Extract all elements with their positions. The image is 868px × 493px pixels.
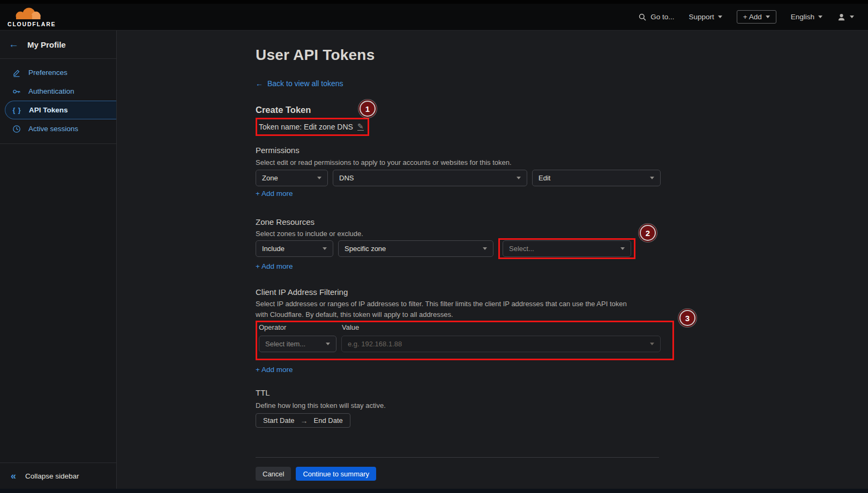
client-ip-subtitle: Select IP addresses or ranges of IP addr… bbox=[256, 299, 631, 320]
sidebar-item-label: API Tokens bbox=[29, 106, 68, 114]
sidebar-item-preferences[interactable]: Preferences bbox=[0, 63, 116, 82]
sidebar: ← My Profile Preferences bbox=[0, 31, 117, 493]
main-content: User API Tokens ← Back to view all token… bbox=[117, 31, 868, 493]
zone-resources-subtitle: Select zones to include or exclude. bbox=[256, 230, 868, 238]
double-chevron-left-icon: « bbox=[11, 471, 16, 482]
annotation-badge-1: 1 bbox=[360, 101, 376, 117]
user-menu[interactable] bbox=[837, 13, 854, 21]
window-bottom-strip bbox=[0, 489, 868, 493]
language-menu[interactable]: English bbox=[791, 13, 822, 21]
ttl-date-range-picker[interactable]: Start Date → End Date bbox=[256, 413, 350, 428]
cloudflare-cloud-icon: CLOUDFLARE bbox=[8, 6, 61, 28]
sidebar-item-label: Active sessions bbox=[28, 125, 78, 133]
zone-name-select[interactable]: Select... bbox=[503, 240, 631, 257]
language-label: English bbox=[791, 13, 814, 21]
create-token-heading: Create Token bbox=[256, 104, 868, 115]
back-link-label: Back to view all tokens bbox=[267, 79, 343, 88]
sidebar-title: My Profile bbox=[27, 40, 66, 49]
arrow-right-icon: → bbox=[301, 416, 308, 425]
window-top-strip bbox=[0, 0, 868, 4]
add-menu-button[interactable]: + Add bbox=[737, 10, 776, 24]
ttl-subtitle: Define how long this token will stay act… bbox=[256, 401, 868, 410]
zone-resources-heading: Zone Resources bbox=[256, 217, 868, 227]
back-arrow-icon: ← bbox=[256, 79, 263, 88]
chevron-down-icon bbox=[323, 247, 327, 250]
search-icon bbox=[638, 13, 647, 21]
client-ip-controls: Select item... e.g. 192.168.1.88 bbox=[259, 336, 667, 352]
chevron-down-icon bbox=[483, 247, 487, 250]
braces-icon: { } bbox=[12, 107, 21, 114]
sidebar-item-active-sessions[interactable]: Active sessions bbox=[0, 119, 116, 138]
chevron-down-icon bbox=[517, 177, 521, 179]
start-date-label: Start Date bbox=[263, 416, 295, 424]
sidebar-item-label: Preferences bbox=[28, 69, 68, 77]
end-date-label: End Date bbox=[314, 416, 343, 424]
annotation-badge-3: 3 bbox=[679, 310, 695, 326]
goto-label: Go to... bbox=[650, 13, 674, 21]
sidebar-item-authentication[interactable]: Authentication bbox=[0, 82, 116, 101]
chevron-down-icon bbox=[766, 16, 770, 18]
clock-icon bbox=[12, 125, 21, 133]
annotation-box-zone-select: Select... 2 bbox=[498, 238, 635, 259]
cloudflare-dashboard: CLOUDFLARE Go to... Support + Add Englis… bbox=[0, 0, 868, 493]
back-to-tokens-link[interactable]: ← Back to view all tokens bbox=[256, 79, 343, 88]
chevron-down-icon bbox=[650, 343, 654, 345]
zone-include-select[interactable]: Include bbox=[256, 240, 333, 257]
annotation-badge-2: 2 bbox=[640, 225, 656, 241]
permissions-add-more-link[interactable]: + Add more bbox=[256, 189, 293, 198]
top-header: CLOUDFLARE Go to... Support + Add Englis… bbox=[0, 4, 868, 31]
sidebar-item-api-tokens[interactable]: { } API Tokens bbox=[5, 101, 116, 119]
chevron-down-icon bbox=[818, 16, 822, 18]
header-nav: Go to... Support + Add English bbox=[638, 10, 854, 24]
annotation-box-client-ip: Operator Value Select item... e.g. 192.1… bbox=[256, 321, 674, 360]
logo-wordmark: CLOUDFLARE bbox=[8, 21, 56, 27]
sidebar-nav: Preferences Authentication { } API Token… bbox=[0, 59, 116, 144]
ip-operator-select[interactable]: Select item... bbox=[259, 336, 336, 352]
permissions-subtitle: Select edit or read permissions to apply… bbox=[256, 158, 868, 167]
value-label: Value bbox=[342, 324, 359, 331]
ip-value-input[interactable]: e.g. 192.168.1.88 bbox=[341, 336, 661, 352]
key-icon bbox=[12, 87, 21, 96]
chevron-down-icon bbox=[317, 177, 321, 179]
zone-type-select[interactable]: Specific zone bbox=[338, 240, 493, 257]
collapse-sidebar-label: Collapse sidebar bbox=[25, 472, 79, 480]
footer-divider bbox=[256, 457, 659, 458]
operator-label: Operator bbox=[259, 324, 342, 331]
chevron-down-icon bbox=[650, 177, 654, 179]
sidebar-item-label: Authentication bbox=[28, 87, 74, 95]
add-label: + Add bbox=[743, 13, 762, 21]
goto-search[interactable]: Go to... bbox=[638, 13, 674, 21]
collapse-sidebar-button[interactable]: « Collapse sidebar bbox=[0, 462, 116, 489]
cloudflare-logo[interactable]: CLOUDFLARE bbox=[8, 6, 61, 28]
sidebar-back[interactable]: ← My Profile bbox=[0, 31, 116, 59]
chevron-down-icon bbox=[850, 16, 854, 18]
token-name-value: Token name: Edit zone DNS bbox=[259, 121, 353, 133]
permission-access-select[interactable]: Edit bbox=[532, 170, 661, 186]
ttl-heading: TTL bbox=[256, 388, 868, 398]
permissions-heading: Permissions bbox=[256, 146, 868, 155]
permission-scope-select[interactable]: Zone bbox=[256, 170, 328, 186]
client-ip-labels: Operator Value bbox=[259, 324, 667, 331]
zone-resources-row: Include Specific zone Select... 2 bbox=[256, 238, 868, 259]
client-ip-add-more-link[interactable]: + Add more bbox=[256, 365, 293, 374]
client-ip-heading: Client IP Address Filtering bbox=[256, 287, 868, 297]
support-menu[interactable]: Support bbox=[689, 13, 722, 21]
cancel-button[interactable]: Cancel bbox=[256, 467, 291, 481]
chevron-down-icon bbox=[718, 16, 722, 18]
annotation-box-token-name: Token name: Edit zone DNS ✎ 1 bbox=[256, 118, 369, 136]
chevron-down-icon bbox=[620, 247, 625, 250]
permissions-row: Zone DNS Edit bbox=[256, 170, 868, 186]
continue-to-summary-button[interactable]: Continue to summary bbox=[296, 467, 376, 481]
person-icon bbox=[837, 13, 846, 21]
action-buttons: Cancel Continue to summary bbox=[256, 467, 868, 481]
zone-resources-add-more-link[interactable]: + Add more bbox=[256, 262, 293, 271]
back-arrow-icon: ← bbox=[9, 39, 19, 50]
edit-pencil-icon[interactable]: ✎ bbox=[357, 123, 364, 131]
support-label: Support bbox=[689, 13, 714, 21]
page-title: User API Tokens bbox=[256, 47, 868, 64]
chevron-down-icon bbox=[326, 343, 330, 345]
permission-group-select[interactable]: DNS bbox=[333, 170, 527, 186]
pencil-icon bbox=[12, 69, 21, 77]
